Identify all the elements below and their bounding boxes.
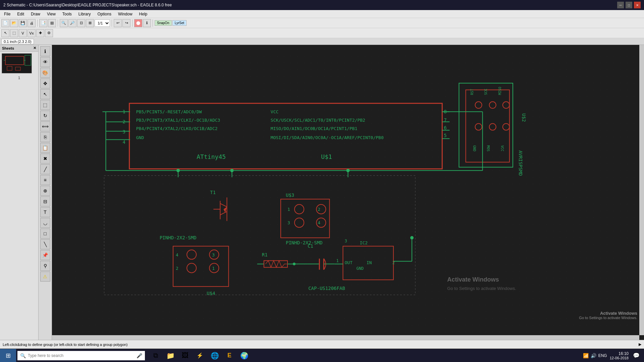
vx-button[interactable]: Vx xyxy=(28,29,36,37)
tool-warning[interactable]: ⚠ xyxy=(40,272,50,282)
menu-help[interactable]: Help xyxy=(137,11,150,17)
svg-text:3: 3 xyxy=(287,220,290,225)
menu-draw[interactable]: Draw xyxy=(28,11,43,17)
tool-add[interactable]: ⊕ xyxy=(40,186,50,196)
network-icon[interactable]: 📶 xyxy=(583,353,589,358)
layers-button[interactable]: ▤ xyxy=(48,19,56,27)
svg-text:RST: RST xyxy=(470,89,474,95)
tool-paste[interactable]: 📋 xyxy=(40,143,50,153)
zoom-out-button[interactable]: 🔎 xyxy=(68,19,76,27)
svg-text:3: 3 xyxy=(123,129,125,135)
svg-text:U$2: U$2 xyxy=(521,113,527,122)
tool-copy[interactable]: ⎘ xyxy=(40,132,50,142)
tool-eye[interactable]: 👁 xyxy=(40,57,50,67)
lyr-button[interactable]: LyrSet xyxy=(172,20,187,26)
tool-text[interactable]: T xyxy=(40,207,50,217)
start-button[interactable]: ⊞ xyxy=(0,349,16,362)
notification-button[interactable]: 💬 xyxy=(631,351,641,361)
left-panel: Sheets ✕ 1 xyxy=(0,45,39,340)
tool-wire[interactable]: ╱ xyxy=(40,164,50,174)
menu-options[interactable]: Options xyxy=(95,11,114,17)
taskview-button[interactable]: ⧉ xyxy=(149,349,162,362)
tool-delete[interactable]: ✖ xyxy=(40,154,50,164)
tool-group[interactable]: ⬚ xyxy=(40,100,50,110)
tool-select[interactable]: ↖ xyxy=(40,89,50,99)
tool-move[interactable]: ✥ xyxy=(40,78,50,88)
taskbar-search-box[interactable]: 🔍 🎤 xyxy=(17,351,145,360)
menu-file[interactable]: File xyxy=(1,11,13,17)
statusbar: Left-click&drag to define group (or left… xyxy=(0,340,644,349)
tool-net[interactable]: ≡ xyxy=(40,175,50,185)
group-button[interactable]: ⬚ xyxy=(10,29,18,37)
tool-arc[interactable]: ◡ xyxy=(40,218,50,228)
zoom-in-button[interactable]: 🔍 xyxy=(60,19,68,27)
save-button[interactable]: 💾 xyxy=(19,19,27,27)
tool-probe[interactable]: ⚲ xyxy=(40,261,50,271)
menu-tools[interactable]: Tools xyxy=(60,11,74,17)
settings-button[interactable]: ⚙ xyxy=(45,29,53,37)
clock-time: 16:10 xyxy=(619,351,629,356)
schematic-svg: 1 2 3 4 8 7 6 5 PB5/PCINT5/-RESET/ADC0/D… xyxy=(52,45,644,340)
app-eagle[interactable]: E xyxy=(223,349,236,362)
snap-button[interactable]: SnapOn xyxy=(155,20,172,26)
svg-text:4: 4 xyxy=(123,139,125,145)
stop-button[interactable]: ⬤ xyxy=(134,19,142,27)
svg-text:IN: IN xyxy=(367,260,372,265)
print-button[interactable]: 🖨 xyxy=(28,19,36,27)
start-icon: ⊞ xyxy=(6,352,11,359)
menu-window[interactable]: Window xyxy=(115,11,135,17)
menu-view[interactable]: View xyxy=(44,11,58,17)
search-input[interactable] xyxy=(28,353,137,358)
svg-text:1: 1 xyxy=(212,266,215,271)
maximize-button[interactable]: □ xyxy=(626,2,632,8)
toolbar2: ↖ ⬚ V Vx ✚ ⚙ xyxy=(0,28,644,38)
open-button[interactable]: 📂 xyxy=(10,19,18,27)
svg-text:SCK/USCK/SCL/ADC1/T0/INT0/PCIN: SCK/USCK/SCL/ADC1/T0/INT0/PCINT2/PB2 xyxy=(271,118,365,123)
zoom-fit-button[interactable]: ⊡ xyxy=(77,19,85,27)
tool-mirror[interactable]: ⟺ xyxy=(40,121,50,131)
mic-icon[interactable]: 🎤 xyxy=(137,353,142,358)
tool-rotate[interactable]: ↻ xyxy=(40,111,50,121)
tool-rect[interactable]: □ xyxy=(40,229,50,239)
v-button[interactable]: V xyxy=(19,29,27,37)
lang-indicator[interactable]: ENG xyxy=(598,353,607,358)
menu-library[interactable]: Library xyxy=(76,11,94,17)
sheet-thumbnail[interactable] xyxy=(2,53,32,73)
new-sheet-button[interactable]: 📑 xyxy=(39,19,47,27)
vertical-scrollbar[interactable] xyxy=(639,45,644,335)
tool-line[interactable]: ╲ xyxy=(40,239,50,249)
undo-button[interactable]: ↩ xyxy=(114,19,122,27)
toolbar1: 📄 📂 💾 🖨 📑 ▤ 🔍 🔎 ⊡ ⊞ 1/1 1/2 2/1 ↩ ↪ ⬤ ℹ … xyxy=(0,18,644,28)
cross-button[interactable]: ✚ xyxy=(36,29,44,37)
tool-pin[interactable]: 📌 xyxy=(40,250,50,260)
app-chrome[interactable]: 🌍 xyxy=(237,349,251,362)
horizontal-scrollbar[interactable] xyxy=(52,335,639,340)
info-button[interactable]: ℹ xyxy=(143,19,151,27)
menu-edit[interactable]: Edit xyxy=(14,11,27,17)
schematic-canvas[interactable]: 1 2 3 4 8 7 6 5 PB5/PCINT5/-RESET/ADC0/D… xyxy=(52,45,644,340)
tool-palette[interactable]: 🎨 xyxy=(40,68,50,78)
sheets-close-icon[interactable]: ✕ xyxy=(33,46,36,50)
separator2 xyxy=(58,19,58,27)
ruler-value: 0.1 inch (2.3 2.0) xyxy=(1,39,34,44)
redo-button[interactable]: ↪ xyxy=(122,19,130,27)
title-text: 2 Schematic - C:\Users\Saarang\Desktop\E… xyxy=(3,3,172,7)
app-ie[interactable]: 🌐 xyxy=(208,349,221,362)
tool-bus[interactable]: ⊟ xyxy=(40,196,50,206)
app-fileexplorer[interactable]: 📁 xyxy=(164,349,177,362)
zoom-select-button[interactable]: ⊞ xyxy=(86,19,94,27)
clock-area[interactable]: 16:10 12-06-2018 xyxy=(610,351,629,360)
select-button[interactable]: ↖ xyxy=(1,29,9,37)
tool-info[interactable]: ℹ xyxy=(40,46,50,56)
svg-text:5: 5 xyxy=(444,133,446,138)
status-arrow: ▶ xyxy=(639,342,641,347)
zoom-dropdown[interactable]: 1/1 1/2 2/1 xyxy=(95,19,110,27)
close-button[interactable]: ✕ xyxy=(634,2,641,8)
new-button[interactable]: 📄 xyxy=(1,19,9,27)
app-photo[interactable]: 🖼 xyxy=(178,349,192,362)
taskbar-right: 📶 🔊 ENG 16:10 12-06-2018 💬 xyxy=(580,349,644,362)
volume-icon[interactable]: 🔊 xyxy=(591,353,596,358)
svg-text:IC2: IC2 xyxy=(360,240,368,245)
app-arduino[interactable]: ⚡ xyxy=(193,349,207,362)
minimize-button[interactable]: ─ xyxy=(617,2,624,8)
